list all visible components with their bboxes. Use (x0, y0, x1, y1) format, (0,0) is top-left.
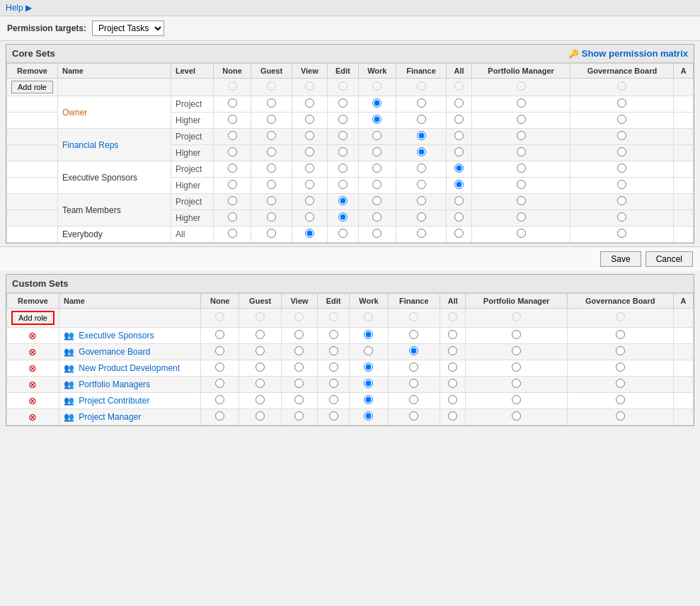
radio-work[interactable] (364, 379, 373, 388)
radio-none[interactable] (228, 229, 237, 238)
radio-guest[interactable] (267, 131, 276, 140)
project-contributer-link[interactable]: Project Contributer (79, 396, 149, 406)
radio-none[interactable] (228, 164, 237, 173)
radio-view[interactable] (305, 131, 314, 140)
radio-edit-addrow[interactable] (338, 81, 348, 91)
radio-view[interactable] (294, 346, 304, 355)
radio-none[interactable] (215, 330, 224, 339)
radio-view[interactable] (305, 212, 314, 222)
radio-all[interactable] (454, 131, 464, 140)
portfolio-managers-link[interactable]: Portfolio Managers (79, 379, 150, 389)
radio-view[interactable] (305, 115, 314, 124)
radio-gb[interactable] (617, 115, 626, 124)
remove-icon[interactable]: ⊗ (28, 379, 37, 390)
radio-gb[interactable] (617, 164, 626, 173)
radio-none[interactable] (228, 147, 237, 156)
radio-gb[interactable] (616, 411, 625, 421)
radio-finance[interactable] (409, 379, 418, 388)
radio-edit[interactable] (329, 330, 338, 339)
radio-edit[interactable] (338, 147, 348, 156)
radio-gb[interactable] (617, 131, 626, 140)
radio-work[interactable] (364, 346, 373, 355)
radio-guest[interactable] (267, 115, 276, 124)
radio-finance[interactable] (409, 362, 418, 372)
cancel-button[interactable]: Cancel (646, 251, 693, 267)
radio-guest-addrow[interactable] (267, 81, 276, 91)
radio-view[interactable] (294, 395, 304, 404)
permission-targets-select[interactable]: Project Tasks All Projects My Projects (92, 21, 164, 36)
radio-all-custom-add[interactable] (448, 312, 457, 321)
save-button[interactable]: Save (600, 251, 641, 267)
radio-all[interactable] (448, 362, 457, 372)
radio-gb[interactable] (616, 379, 625, 388)
radio-work[interactable] (372, 229, 381, 238)
radio-edit[interactable] (329, 411, 338, 421)
radio-all[interactable] (448, 411, 457, 421)
radio-none[interactable] (228, 115, 237, 124)
radio-guest[interactable] (256, 330, 265, 339)
radio-work[interactable] (364, 395, 373, 404)
radio-pm-addrow[interactable] (517, 81, 526, 91)
radio-edit[interactable] (329, 346, 338, 355)
radio-all[interactable] (454, 164, 464, 173)
radio-work-addrow[interactable] (372, 81, 381, 91)
radio-finance[interactable] (417, 147, 426, 156)
radio-pm[interactable] (512, 411, 521, 421)
radio-pm[interactable] (517, 229, 526, 238)
radio-edit[interactable] (329, 395, 338, 404)
governance-board-link[interactable]: Governance Board (79, 347, 150, 357)
remove-icon[interactable]: ⊗ (28, 346, 37, 358)
new-product-development-link[interactable]: New Product Development (79, 363, 180, 373)
radio-guest[interactable] (267, 229, 276, 238)
core-sets-table-scroll[interactable]: Remove Name Level None Guest View Edit W… (6, 63, 694, 243)
radio-gb-addrow[interactable] (617, 81, 626, 91)
radio-finance[interactable] (417, 229, 426, 238)
radio-none[interactable] (215, 395, 224, 404)
radio-work[interactable] (372, 147, 381, 156)
radio-edit[interactable] (329, 379, 338, 388)
radio-gb[interactable] (616, 330, 625, 339)
radio-guest[interactable] (256, 395, 265, 404)
radio-all[interactable] (454, 115, 464, 124)
custom-sets-table-scroll[interactable]: Remove Name None Guest View Edit Work Fi… (6, 293, 694, 425)
custom-add-role-button[interactable]: Add role (11, 311, 54, 325)
radio-work-custom-add[interactable] (364, 312, 373, 321)
radio-view[interactable] (294, 362, 304, 372)
radio-view[interactable] (294, 330, 304, 339)
radio-none[interactable] (215, 379, 224, 388)
radio-edit[interactable] (329, 362, 338, 372)
radio-finance[interactable] (409, 395, 418, 404)
radio-guest[interactable] (267, 196, 276, 205)
radio-guest[interactable] (256, 362, 265, 372)
remove-icon[interactable]: ⊗ (28, 362, 37, 374)
radio-finance-custom-add[interactable] (409, 312, 418, 321)
radio-view[interactable] (305, 164, 314, 173)
radio-gb[interactable] (617, 196, 626, 205)
radio-view[interactable] (305, 98, 314, 108)
radio-view[interactable] (305, 196, 314, 205)
radio-none[interactable] (228, 131, 237, 140)
radio-all[interactable] (448, 346, 457, 355)
radio-finance[interactable] (417, 180, 426, 189)
radio-pm[interactable] (517, 98, 526, 108)
radio-all[interactable] (454, 229, 464, 238)
radio-finance[interactable] (417, 131, 426, 140)
radio-work[interactable] (372, 196, 381, 205)
radio-none[interactable] (228, 98, 237, 108)
owner-link[interactable]: Owner (62, 108, 87, 118)
radio-gb[interactable] (617, 147, 626, 156)
radio-pm[interactable] (517, 131, 526, 140)
radio-view[interactable] (294, 379, 304, 388)
radio-guest-custom-add[interactable] (256, 312, 265, 321)
radio-pm[interactable] (512, 379, 521, 388)
radio-guest[interactable] (267, 212, 276, 222)
core-add-role-button[interactable]: Add role (11, 81, 53, 93)
show-permission-matrix-link[interactable]: 🔑 Show permission matrix (568, 48, 688, 59)
radio-all[interactable] (454, 147, 464, 156)
radio-edit[interactable] (338, 164, 348, 173)
radio-pm[interactable] (517, 196, 526, 205)
radio-view[interactable] (305, 147, 314, 156)
help-link[interactable]: Help ▶ (6, 3, 32, 13)
radio-edit[interactable] (338, 196, 348, 205)
radio-finance-addrow[interactable] (417, 81, 426, 91)
